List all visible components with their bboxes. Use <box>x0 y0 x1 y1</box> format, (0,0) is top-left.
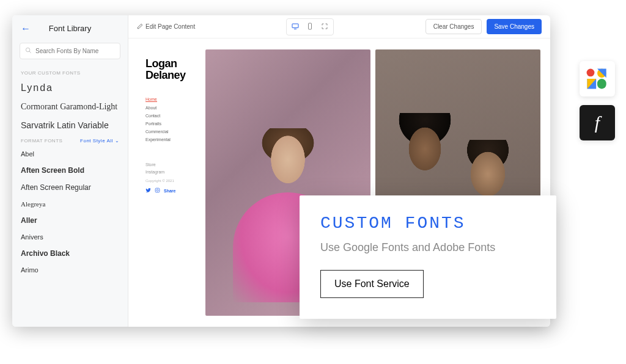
site-title-line1: Logan <box>145 58 197 70</box>
sidebar-header: ← Font Library <box>12 21 128 39</box>
promo-heading: CUSTOM FONTS <box>320 214 536 233</box>
filter-value-text: All <box>106 138 112 144</box>
font-item-lynda[interactable]: Lynda <box>12 78 128 98</box>
adobe-fonts-icon: f <box>595 112 600 133</box>
font-item-alegreya[interactable]: Alegreya <box>12 196 128 212</box>
save-changes-button[interactable]: Save Changes <box>487 19 542 34</box>
filter-label-text: Font Style <box>80 138 105 144</box>
font-style-filter[interactable]: Font Style All ⌄ <box>80 138 119 144</box>
editor-toolbar: Edit Page Content Clear Changes Save Cha… <box>128 15 550 38</box>
font-item-aften-regular[interactable]: Aften Screen Regular <box>12 179 128 196</box>
secondary-link-store[interactable]: Store <box>145 162 197 167</box>
site-preview-nav: Logan Delaney Home About Contact Portrai… <box>138 49 199 316</box>
svg-rect-2 <box>292 24 298 28</box>
nav-link-home[interactable]: Home <box>145 97 157 102</box>
share-link[interactable]: Share <box>164 189 175 193</box>
use-font-service-button[interactable]: Use Font Service <box>320 270 424 298</box>
font-search-input[interactable] <box>35 48 115 54</box>
font-library-sidebar: ← Font Library YOUR CUSTOM FONTS Lynda C… <box>12 15 128 327</box>
desktop-icon <box>292 23 299 31</box>
font-item-aller[interactable]: Aller <box>12 212 128 229</box>
section-label-text: FORMAT FONTS <box>21 138 62 144</box>
font-item-arimo[interactable]: Arimo <box>12 262 128 278</box>
pencil-icon <box>137 23 143 31</box>
svg-point-6 <box>156 189 158 191</box>
section-label-text: YOUR CUSTOM FONTS <box>21 70 81 76</box>
edit-label-text: Edit Page Content <box>145 23 195 30</box>
fullscreen-preview-button[interactable] <box>317 20 332 34</box>
google-fonts-badge[interactable] <box>580 61 615 96</box>
font-item-archivo-black[interactable]: Archivo Black <box>12 245 128 262</box>
svg-rect-5 <box>155 188 160 192</box>
chevron-down-icon: ⌄ <box>115 138 120 144</box>
svg-rect-4 <box>309 23 312 29</box>
font-search-box[interactable] <box>20 43 120 59</box>
expand-icon <box>321 23 328 31</box>
custom-fonts-promo-card: CUSTOM FONTS Use Google Fonts and Adobe … <box>300 195 556 319</box>
nav-link-about[interactable]: About <box>145 106 197 110</box>
promo-subheading: Use Google Fonts and Adobe Fonts <box>320 241 536 254</box>
format-fonts-section-label: FORMAT FONTS Font Style All ⌄ <box>12 134 128 146</box>
twitter-icon[interactable] <box>145 187 151 194</box>
nav-link-contact[interactable]: Contact <box>145 114 197 118</box>
svg-point-7 <box>587 69 595 77</box>
font-item-abel[interactable]: Abel <box>12 146 128 162</box>
svg-line-1 <box>29 51 31 53</box>
copyright-text: Copyright © 2021 <box>145 179 197 183</box>
edit-page-content-link[interactable]: Edit Page Content <box>137 23 195 31</box>
font-item-cormorant[interactable]: Cormorant Garamond-Light <box>12 98 128 116</box>
back-arrow-icon[interactable]: ← <box>21 23 31 34</box>
svg-point-0 <box>26 48 29 51</box>
clear-changes-button[interactable]: Clear Changes <box>425 19 482 34</box>
social-icons-row: Share <box>145 187 197 194</box>
sidebar-title: Font Library <box>49 24 91 33</box>
mobile-icon <box>306 23 314 31</box>
font-service-badges: f <box>580 61 615 140</box>
search-icon <box>25 47 32 55</box>
svg-rect-9 <box>597 79 606 89</box>
mobile-preview-button[interactable] <box>303 20 317 34</box>
custom-fonts-section-label: YOUR CUSTOM FONTS <box>12 67 128 78</box>
instagram-icon[interactable] <box>155 187 160 194</box>
adobe-fonts-badge[interactable]: f <box>580 105 615 140</box>
google-fonts-icon <box>584 65 611 92</box>
device-preview-toggle <box>286 18 334 35</box>
nav-link-portraits[interactable]: Portraits <box>145 122 197 126</box>
nav-link-commercial[interactable]: Commercial <box>145 129 197 134</box>
desktop-preview-button[interactable] <box>288 20 303 34</box>
site-title: Logan Delaney <box>145 58 197 81</box>
secondary-link-instagram[interactable]: Instagram <box>145 170 197 174</box>
nav-link-experimental[interactable]: Experimental <box>145 137 197 142</box>
font-item-sarvatrik[interactable]: Sarvatrik Latin Variable <box>12 116 128 134</box>
site-title-line2: Delaney <box>145 70 197 81</box>
font-item-aften-bold[interactable]: Aften Screen Bold <box>12 162 128 179</box>
font-item-anivers[interactable]: Anivers <box>12 229 128 245</box>
